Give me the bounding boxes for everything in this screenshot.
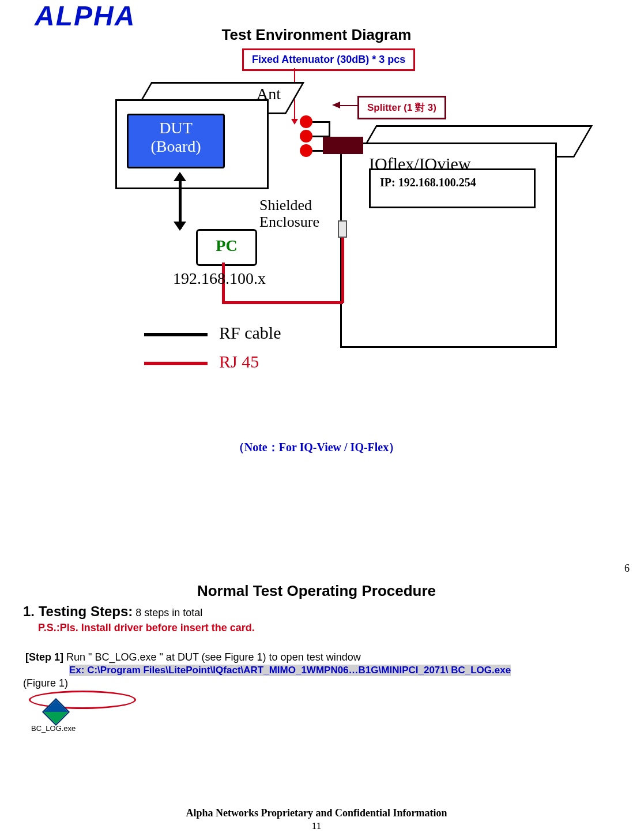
document-page: ALPHA Test Environment Diagram Fixed Att… [0,0,633,840]
pc-box: PC [196,229,257,266]
pc-ip-label: 192.168.100.x [173,269,266,288]
splitter-callout: Splitter (1 對 3) [357,96,446,119]
rj45-line [222,301,343,304]
rf-cable-line [329,121,330,138]
dut-board: DUT (Board) [127,114,225,168]
rj45-line [341,238,344,303]
figure1-label: (Figure 1) [23,677,598,689]
iq-port-icon [338,220,347,238]
ant-label: Ant [257,85,281,103]
note-text: （Note：For IQ-View / IQ-Flex） [35,440,598,455]
procedure-title: Normal Test Operating Procedure [35,582,598,600]
legend-rf-label: RF cable [219,323,281,343]
step1-example-path: Ex: C:\Program Files\LitePoint\IQfact\AR… [69,665,511,676]
side-page-number: 6 [624,562,630,575]
legend-rj-label: RJ 45 [219,352,259,372]
shielded-label: Shielded Enclosure [259,197,319,230]
ip-callout: IP: 192.168.100.254 [369,168,536,208]
step1-text: Run " BC_LOG.exe " at DUT (see Figure 1)… [63,651,361,663]
legend-rj-line-icon [144,362,208,365]
arrow-up-icon [174,172,186,181]
step-1: [Step 1] Run " BC_LOG.exe " at DUT (see … [25,651,598,663]
rf-connector-icon [300,144,312,157]
arrow-down-icon [174,222,186,231]
testing-steps-heading: 1. Testing Steps: 8 steps in total [23,603,598,620]
alpha-logo: ALPHA [35,0,135,32]
page-number: 11 [0,820,633,832]
logo-text: ALPHA [35,1,135,31]
dut-label-1: DUT [159,119,193,137]
diagram-drawing: IQflex/IQview DUT (Board) Ant [110,70,548,393]
footer-text: Alpha Networks Proprietary and Confident… [186,807,447,819]
ps-warning: P.S.:Pls. Install driver before insert t… [38,622,598,634]
bc-log-icon-label: BC_LOG.exe [31,724,76,733]
attenuator-callout: Fixed Attenuator (30dB) * 3 pcs [242,48,415,71]
step1-label: [Step 1] [25,651,63,663]
dut-label-2: (Board) [150,137,201,155]
rf-connector-icon [300,130,312,142]
testing-steps-suffix: 8 steps in total [133,607,202,618]
rf-cable-line [312,121,330,123]
testing-steps-label: 1. Testing Steps: [23,603,133,619]
footer: Alpha Networks Proprietary and Confident… [0,807,633,832]
dut-pc-line [179,174,182,229]
cube-icon [42,698,70,726]
bc-log-icon-wrap: BC_LOG.exe [35,694,150,740]
shielded-line1: Shielded [259,197,312,213]
shielded-line2: Enclosure [259,213,319,230]
legend-rf-line-icon [144,333,208,336]
test-environment-diagram: Fixed Attenuator (30dB) * 3 pcs Splitter… [81,47,553,405]
splitter-box-icon [323,137,363,154]
rf-connector-icon [300,115,312,128]
spacer [35,455,598,582]
bc-log-exe-icon[interactable] [43,699,68,724]
